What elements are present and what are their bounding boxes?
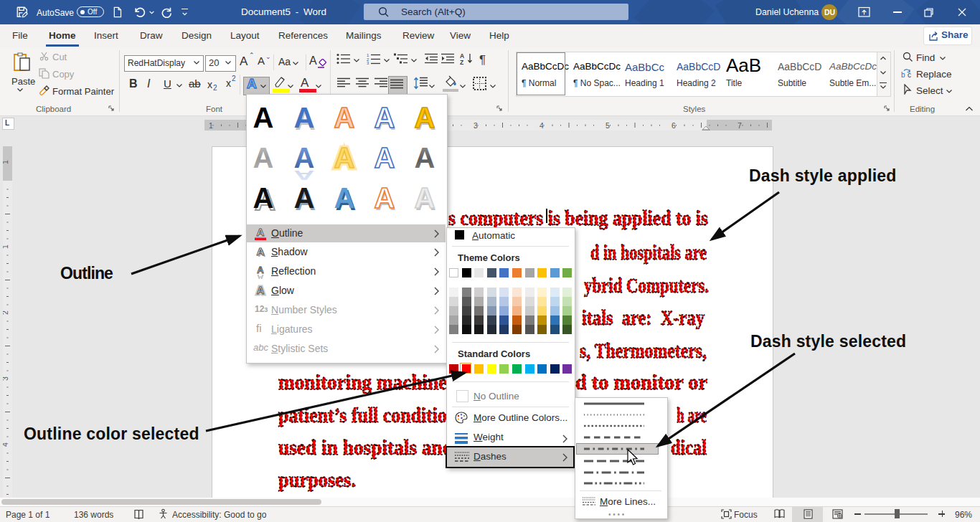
svg-text:b: b bbox=[901, 71, 905, 79]
